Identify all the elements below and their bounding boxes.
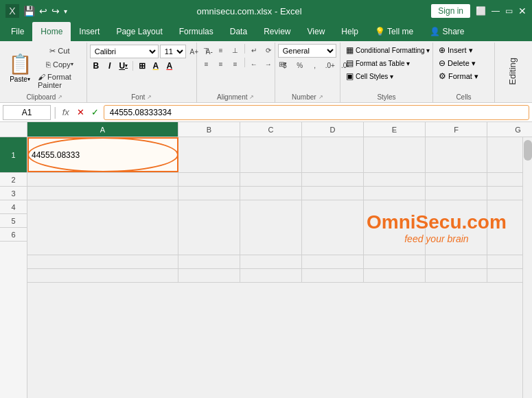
- cell-d6[interactable]: [302, 269, 364, 282]
- cell-c2[interactable]: [240, 173, 302, 186]
- undo-icon[interactable]: ↩: [39, 5, 47, 16]
- cell-f2[interactable]: [426, 173, 487, 186]
- font-family-select[interactable]: Calibri: [90, 45, 159, 58]
- cell-b5[interactable]: [178, 255, 240, 268]
- percent-button[interactable]: %: [293, 59, 307, 71]
- decrease-indent-button[interactable]: ←: [247, 58, 261, 70]
- cell-d4[interactable]: [302, 200, 364, 255]
- cell-d1[interactable]: [302, 137, 364, 172]
- cell-f5[interactable]: [426, 255, 487, 268]
- tab-data[interactable]: Data: [222, 22, 255, 41]
- col-header-f[interactable]: F: [426, 122, 487, 137]
- formula-bar-check-icon[interactable]: ✓: [89, 107, 101, 117]
- save-icon[interactable]: 💾: [23, 5, 35, 16]
- cell-b6[interactable]: [178, 269, 240, 282]
- cell-g1[interactable]: [487, 137, 522, 172]
- col-header-b[interactable]: B: [178, 122, 240, 137]
- wrap-text-button[interactable]: ↵: [247, 44, 261, 56]
- increase-indent-button[interactable]: →: [262, 58, 275, 70]
- cell-f6[interactable]: [426, 269, 487, 282]
- conditional-formatting-button[interactable]: ▦Conditional Formatting ▾: [343, 44, 432, 56]
- align-left-button[interactable]: ≡: [200, 58, 213, 70]
- format-button[interactable]: ⚙Format ▾: [436, 70, 481, 82]
- italic-button[interactable]: I: [104, 60, 116, 72]
- alignment-expand-icon[interactable]: ↗: [249, 94, 254, 100]
- cell-c5[interactable]: [240, 255, 302, 268]
- cell-c1[interactable]: [240, 137, 302, 172]
- cell-b2[interactable]: [178, 173, 240, 186]
- cell-e5[interactable]: [364, 255, 426, 268]
- cell-e3[interactable]: [364, 187, 426, 200]
- corner-cell[interactable]: [0, 122, 27, 137]
- row-header-4[interactable]: 4: [0, 200, 27, 214]
- cell-styles-button[interactable]: ▣Cell Styles ▾: [343, 70, 396, 82]
- cell-e1[interactable]: [364, 137, 426, 172]
- cell-b1[interactable]: [178, 137, 240, 172]
- font-size-select[interactable]: 11: [160, 45, 186, 58]
- row-header-2[interactable]: 2: [0, 173, 27, 187]
- cell-d3[interactable]: [302, 187, 364, 200]
- paste-button[interactable]: 📋 Paste▾: [5, 50, 34, 86]
- cell-d2[interactable]: [302, 173, 364, 186]
- format-painter-button[interactable]: 🖌 Format Painter: [36, 71, 84, 91]
- formula-bar-x-icon[interactable]: ✕: [75, 107, 86, 117]
- maximize-icon[interactable]: ▭: [505, 6, 513, 16]
- sign-in-button[interactable]: Sign in: [431, 4, 470, 18]
- tab-review[interactable]: Review: [255, 22, 299, 41]
- underline-button[interactable]: U ▾: [117, 60, 130, 72]
- delete-button[interactable]: ⊖Delete ▾: [436, 57, 478, 69]
- align-center-button[interactable]: ≡: [214, 58, 228, 70]
- number-expand-icon[interactable]: ↗: [319, 94, 323, 100]
- cell-g6[interactable]: [487, 269, 522, 282]
- accounting-format-button[interactable]: $: [278, 59, 292, 71]
- increase-decimal-button[interactable]: .0+: [323, 59, 337, 71]
- minimize-icon[interactable]: —: [491, 6, 500, 16]
- cell-e2[interactable]: [364, 173, 426, 186]
- col-header-d[interactable]: D: [302, 122, 364, 137]
- col-header-e[interactable]: E: [364, 122, 426, 137]
- redo-icon[interactable]: ↪: [51, 5, 60, 16]
- cell-a2[interactable]: [27, 173, 178, 186]
- insert-button[interactable]: ⊕Insert ▾: [436, 44, 476, 56]
- cell-f4[interactable]: [426, 200, 487, 255]
- cut-button[interactable]: ✂ Cut: [36, 45, 84, 58]
- cell-a1[interactable]: 44555.08333: [27, 137, 178, 172]
- cell-f3[interactable]: [426, 187, 487, 200]
- number-format-select[interactable]: General: [278, 44, 336, 58]
- cell-c6[interactable]: [240, 269, 302, 282]
- tab-home[interactable]: Home: [32, 22, 71, 41]
- align-top-button[interactable]: ⊤: [200, 44, 213, 56]
- col-header-a[interactable]: A: [27, 122, 178, 137]
- bold-button[interactable]: B: [90, 60, 102, 72]
- copy-button[interactable]: ⎘ Copy ▾: [36, 58, 84, 71]
- fill-color-button[interactable]: A: [150, 60, 162, 72]
- format-as-table-button[interactable]: ▤Format as Table ▾: [343, 57, 413, 69]
- tab-view[interactable]: View: [299, 22, 334, 41]
- row-header-3[interactable]: 3: [0, 187, 27, 200]
- cell-g5[interactable]: [487, 255, 522, 268]
- cell-a6[interactable]: [27, 269, 178, 282]
- cell-b3[interactable]: [178, 187, 240, 200]
- formula-input[interactable]: [104, 105, 529, 120]
- cell-e6[interactable]: [364, 269, 426, 282]
- align-right-button[interactable]: ≡: [229, 58, 242, 70]
- orientation-button[interactable]: ⟳: [262, 44, 275, 56]
- cell-d5[interactable]: [302, 255, 364, 268]
- cell-a5[interactable]: [27, 255, 178, 268]
- cell-c4[interactable]: [240, 200, 302, 255]
- tab-insert[interactable]: Insert: [71, 22, 108, 41]
- cell-b4[interactable]: [178, 200, 240, 255]
- restore-icon[interactable]: ⬜: [476, 6, 486, 16]
- col-header-g[interactable]: G: [487, 122, 532, 137]
- cell-g2[interactable]: [487, 173, 522, 186]
- clipboard-expand-icon[interactable]: ↗: [58, 94, 62, 100]
- align-middle-button[interactable]: ≡: [214, 44, 228, 56]
- cell-a3[interactable]: [27, 187, 178, 200]
- name-box[interactable]: [3, 105, 51, 120]
- cell-g3[interactable]: [487, 187, 522, 200]
- font-color-button[interactable]: A: [163, 60, 176, 72]
- close-icon[interactable]: ✕: [518, 5, 527, 16]
- vertical-scrollbar-thumb[interactable]: [524, 140, 532, 161]
- row-header-5[interactable]: 5: [0, 214, 27, 228]
- cell-g4[interactable]: [487, 200, 522, 255]
